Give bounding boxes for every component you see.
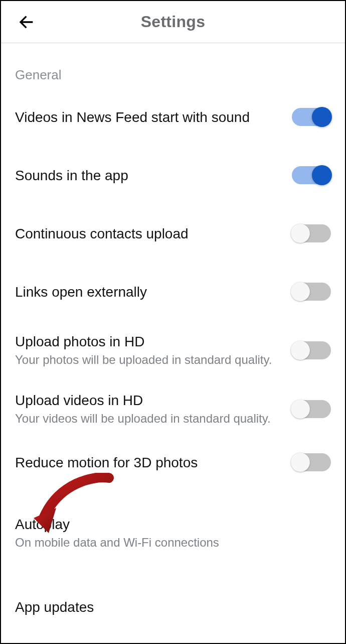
toggle-sounds-app[interactable] (292, 166, 331, 184)
toggle-links-external[interactable] (292, 283, 331, 301)
arrow-left-icon (16, 12, 36, 32)
toggle-upload-photos-hd[interactable] (292, 341, 331, 359)
setting-row-app-updates[interactable]: App updates (15, 584, 331, 630)
back-button[interactable] (15, 11, 37, 33)
setting-title: Reduce motion for 3D photos (15, 454, 283, 471)
setting-row-links-external[interactable]: Links open externally (15, 263, 331, 321)
toggle-knob (291, 453, 310, 472)
setting-title: Continuous contacts upload (15, 225, 283, 242)
setting-row-upload-videos-hd[interactable]: Upload videos in HD Your videos will be … (15, 379, 331, 438)
setting-title: Sounds in the app (15, 167, 283, 184)
setting-row-contacts-upload[interactable]: Continuous contacts upload (15, 204, 331, 263)
toggle-videos-sound[interactable] (292, 108, 331, 126)
setting-subtitle: Your videos will be uploaded in standard… (15, 411, 283, 426)
setting-title: Videos in News Feed start with sound (15, 108, 283, 126)
setting-title: App updates (15, 598, 331, 616)
toggle-knob (291, 282, 310, 301)
setting-title: Upload photos in HD (15, 333, 283, 350)
setting-row-upload-photos-hd[interactable]: Upload photos in HD Your photos will be … (15, 321, 331, 379)
setting-row-sounds-app[interactable]: Sounds in the app (15, 146, 331, 204)
setting-subtitle: Your photos will be uploaded in standard… (15, 352, 283, 367)
setting-title: Autoplay (15, 516, 331, 533)
page-title: Settings (1, 13, 345, 31)
setting-title: Upload videos in HD (15, 392, 283, 409)
toggle-knob (312, 107, 332, 127)
header: Settings (1, 1, 345, 43)
toggle-reduce-motion[interactable] (292, 453, 331, 471)
toggle-knob (312, 165, 332, 185)
toggle-knob (291, 341, 310, 360)
settings-list: General Videos in News Feed start with s… (1, 67, 345, 630)
toggle-knob (291, 224, 310, 243)
setting-title: Links open externally (15, 283, 283, 301)
toggle-knob (291, 400, 310, 419)
section-label-general: General (15, 67, 331, 83)
setting-row-videos-sound[interactable]: Videos in News Feed start with sound (15, 88, 331, 146)
setting-row-reduce-motion[interactable]: Reduce motion for 3D photos (15, 438, 331, 486)
toggle-upload-videos-hd[interactable] (292, 400, 331, 418)
toggle-contacts-upload[interactable] (292, 224, 331, 242)
setting-subtitle: On mobile data and Wi-Fi connections (15, 535, 331, 550)
setting-row-autoplay[interactable]: Autoplay On mobile data and Wi-Fi connec… (15, 501, 331, 564)
